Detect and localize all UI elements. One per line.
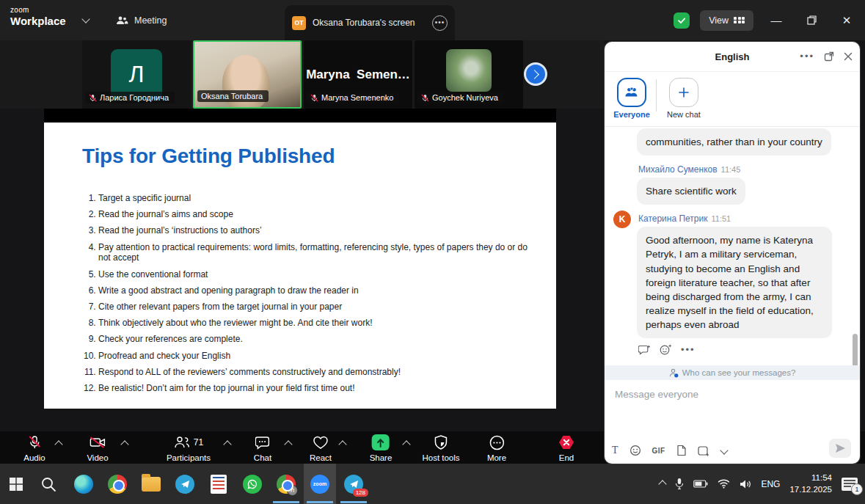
new-chat-button[interactable]: New chat: [664, 78, 704, 119]
taskbar-clock[interactable]: 11:54 17.12.2025: [789, 472, 832, 495]
react-options-chevron-icon[interactable]: [338, 440, 346, 448]
participant-name: Oksana Torubara: [201, 92, 263, 101]
end-meeting-button[interactable]: End: [558, 434, 574, 462]
chrome-icon: [108, 475, 127, 494]
video-button[interactable]: Video: [87, 434, 108, 462]
pop-out-icon[interactable]: [824, 51, 834, 62]
chat-options-chevron-icon[interactable]: [284, 440, 292, 448]
shared-screen-initials-badge: OT: [292, 16, 306, 30]
heart-icon: [313, 436, 329, 450]
workspace-dropdown-chevron-icon[interactable]: [81, 15, 90, 23]
chevron-right-icon: [530, 70, 539, 79]
participants-options-chevron-icon[interactable]: [223, 440, 231, 448]
taskbar-whatsapp-icon[interactable]: [236, 464, 269, 504]
send-message-button[interactable]: [829, 439, 851, 458]
attach-file-icon[interactable]: [676, 445, 687, 456]
language-indicator[interactable]: ENG: [761, 479, 780, 489]
participant-tile-oksana-active-speaker[interactable]: Oksana Torubara: [193, 40, 302, 109]
new-chat-label: New chat: [667, 110, 701, 119]
close-button[interactable]: ✕: [834, 0, 859, 40]
battery-icon[interactable]: [693, 480, 708, 488]
start-button[interactable]: [0, 464, 32, 504]
participants-label: Participants: [167, 453, 211, 462]
chat-panel: English ••• Every: [605, 42, 860, 464]
privacy-note[interactable]: Who can see your messages?: [605, 365, 860, 380]
chat-input-area[interactable]: Message everyone T GIF: [605, 380, 860, 464]
mic-muted-icon: [89, 94, 97, 102]
message-author: Катерина Петрик: [638, 213, 707, 224]
react-label: React: [310, 453, 332, 462]
add-reaction-icon[interactable]: [660, 344, 672, 355]
chrome-profile-letter: Л: [287, 485, 298, 496]
more-button[interactable]: More: [487, 434, 506, 462]
slide-tip: Read the journal’s ‘instructions to auth…: [98, 225, 531, 236]
taskbar-search-button[interactable]: [32, 464, 65, 504]
video-strip: Л Лариса Городнича Oksana Torubara Maryn…: [0, 40, 605, 109]
chat-scrollbar[interactable]: [853, 334, 858, 365]
tab-shared-screen-label: Oksana Torubara's screen: [313, 18, 426, 28]
speaker-icon[interactable]: [740, 479, 751, 489]
restore-button[interactable]: [799, 0, 824, 40]
chat-message: Михайло Суменков11:45 Share scientific w…: [613, 160, 851, 205]
participant-photo: [446, 49, 492, 92]
gif-icon[interactable]: GIF: [652, 447, 665, 455]
participant-tile-goychek[interactable]: Goychek Nuriyeva: [415, 40, 523, 109]
participants-icon: [174, 436, 190, 449]
share-options-chevron-icon[interactable]: [402, 440, 410, 448]
chrome-profile-icon: Л: [277, 475, 296, 494]
channel-divider: [656, 79, 657, 112]
tab-meeting[interactable]: Meeting: [116, 0, 167, 40]
clock-time: 11:54: [789, 472, 832, 484]
tray-mic-icon[interactable]: [675, 478, 684, 490]
more-input-options-chevron-icon[interactable]: [720, 446, 728, 454]
taskbar-chrome-icon[interactable]: [101, 464, 134, 504]
chat-button[interactable]: Chat: [254, 434, 271, 462]
next-participants-button[interactable]: [524, 62, 547, 86]
emoji-icon[interactable]: [629, 445, 641, 456]
channel-everyone-label: Everyone: [613, 110, 650, 119]
channel-everyone[interactable]: Everyone: [612, 78, 652, 119]
view-button[interactable]: View: [700, 10, 753, 31]
host-tools-button[interactable]: Host tools: [422, 434, 459, 462]
telegram-icon: [175, 475, 194, 494]
message-input-placeholder: Message everyone: [615, 389, 698, 400]
host-tools-label: Host tools: [422, 453, 459, 462]
message-author: Михайло Суменков: [638, 164, 718, 175]
react-button[interactable]: React: [310, 434, 332, 462]
participants-button[interactable]: 71 Participants: [167, 434, 211, 462]
security-shield-icon[interactable]: [674, 12, 690, 29]
audio-button[interactable]: Audio: [23, 434, 45, 462]
taskbar-chrome-profile-icon[interactable]: Л: [270, 464, 302, 504]
slide-tip: Be realistic! Don’t aim for the top jour…: [98, 383, 531, 394]
mic-muted-icon: [27, 435, 42, 450]
tray-expand-chevron-icon[interactable]: [659, 480, 667, 488]
minimize-button[interactable]: —: [764, 0, 789, 40]
share-button[interactable]: Share: [370, 434, 393, 462]
wifi-icon[interactable]: [718, 479, 730, 489]
mic-muted-icon: [421, 94, 429, 102]
open-app-indicator: [307, 501, 333, 503]
participant-tile-larysa[interactable]: Л Лариса Городнича: [82, 40, 191, 109]
slide-tip: Proofread and check your English: [98, 351, 531, 362]
video-options-chevron-icon[interactable]: [120, 440, 128, 448]
close-chat-icon[interactable]: [844, 52, 853, 61]
taskbar-document-app-icon[interactable]: [202, 464, 235, 504]
participant-tile-maryna[interactable]: Maryna Semen… Maryna Semenenko: [304, 40, 412, 109]
reply-in-thread-icon[interactable]: [638, 345, 651, 355]
tab-shared-screen[interactable]: OT Oksana Torubara's screen •••: [285, 5, 455, 40]
taskbar-edge-icon[interactable]: [67, 464, 100, 504]
clock-date: 17.12.2025: [789, 484, 832, 496]
screenshot-icon[interactable]: [698, 445, 710, 456]
share-label: Share: [370, 453, 393, 462]
format-text-icon[interactable]: T: [612, 445, 618, 456]
chat-message-list[interactable]: communities, rather than in your country…: [605, 127, 860, 365]
audio-options-chevron-icon[interactable]: [54, 440, 62, 448]
system-tray: ENG 11:54 17.12.2025 1: [660, 464, 865, 504]
taskbar-telegram2-icon[interactable]: 128: [337, 464, 370, 504]
taskbar-telegram-icon[interactable]: [169, 464, 201, 504]
notification-center-icon[interactable]: 1: [842, 478, 858, 491]
tab-options-icon[interactable]: •••: [432, 15, 448, 31]
taskbar-zoom-icon-active[interactable]: zoom: [304, 464, 336, 504]
taskbar-file-explorer-icon[interactable]: [135, 464, 167, 504]
mic-muted-icon: [310, 94, 318, 102]
